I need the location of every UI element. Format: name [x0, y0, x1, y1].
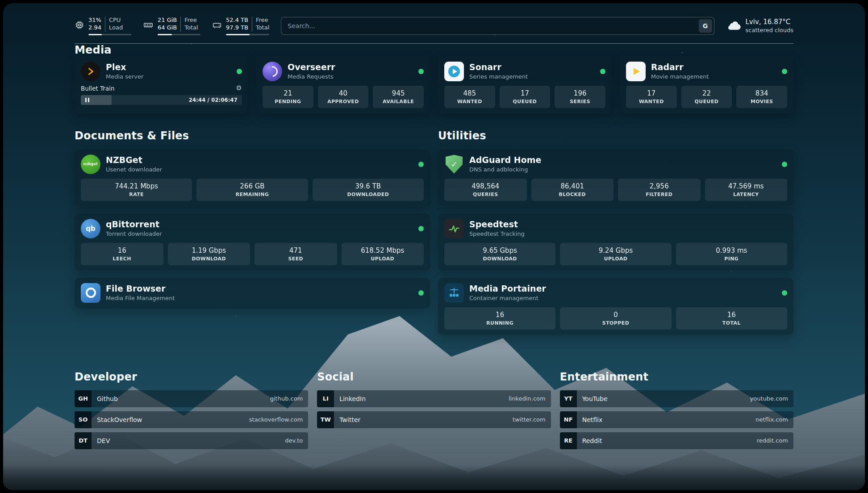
playback-bar[interactable]: 24:44 / 02:06:47: [81, 95, 242, 105]
filebrowser-card[interactable]: File Browser Media File Management: [75, 278, 430, 308]
ram-widget: 21 GiB 64 GiB Free Total: [143, 17, 200, 35]
dashboard-window: 31% 2.94 CPU Load: [3, 3, 865, 490]
portainer-card[interactable]: Media Portainer Container management 16R…: [438, 278, 793, 335]
youtube-icon: YT: [560, 390, 577, 407]
cpu-usage-bar: [88, 34, 131, 35]
stat-upload: 9.24 GbpsUPLOAD: [560, 243, 671, 265]
bookmark-reddit[interactable]: RE Reddit reddit.com: [560, 432, 793, 449]
section-documents: Documents & Files nzbget NZBGet Usenet d…: [75, 113, 430, 335]
bookmark-name: Twitter: [339, 416, 360, 423]
ground-shadow: [3, 465, 865, 490]
stat-filtered: 2,956FILTERED: [618, 179, 701, 201]
stat-movies: 834MOVIES: [736, 86, 787, 108]
reddit-icon: RE: [560, 432, 577, 449]
status-dot: [782, 69, 787, 74]
bookmark-url: reddit.com: [757, 437, 788, 444]
cpu-percent: 31%: [88, 17, 101, 24]
overseerr-card[interactable]: Overseerr Media Requests 21PENDING 40APP…: [256, 56, 430, 113]
stat-pending: 21PENDING: [263, 86, 313, 108]
bookmark-stackoverflow[interactable]: SO StackOverflow stackoverflow.com: [75, 411, 308, 428]
utilities-heading: Utilities: [438, 130, 793, 142]
github-icon: GH: [75, 390, 92, 407]
adguard-card[interactable]: ✓ AdGuard Home DNS and adblocking 498,56…: [438, 149, 793, 206]
status-dot: [782, 162, 787, 167]
qbittorrent-icon: qb: [81, 219, 100, 238]
bookmark-url: linkedin.com: [509, 395, 546, 402]
stat-total: 16TOTAL: [676, 307, 787, 330]
bookmark-youtube[interactable]: YT YouTube youtube.com: [560, 390, 793, 407]
cpu-widget: 31% 2.94 CPU Load: [75, 17, 131, 35]
search-input[interactable]: [281, 17, 714, 35]
speedtest-card[interactable]: Speedtest Speedtest Tracking 9.65 GbpsDO…: [438, 213, 793, 271]
disk-widget: 52.4 TB 97.9 TB Free Total: [212, 17, 269, 35]
bookmark-twitter[interactable]: TW Twitter twitter.com: [317, 411, 551, 428]
stat-stopped: 0STOPPED: [560, 307, 671, 330]
status-dot: [418, 69, 424, 74]
stackoverflow-icon: SO: [75, 411, 92, 428]
ram-icon: [143, 20, 154, 32]
section-utilities: Utilities ✓ AdGuard Home DNS and adblock…: [438, 113, 793, 335]
system-stats: 31% 2.94 CPU Load: [75, 17, 269, 35]
app-subtitle: Movie management: [651, 73, 709, 80]
stat-download: 9.65 GbpsDOWNLOAD: [444, 243, 555, 265]
bookmark-name: StackOverflow: [97, 416, 142, 423]
disk-free-label: Free: [256, 17, 269, 24]
qbittorrent-card[interactable]: qb qBittorrent Torrent downloader 16LEEC…: [75, 213, 430, 271]
dev-icon: DT: [75, 432, 92, 449]
filebrowser-icon: [81, 283, 100, 303]
netflix-icon: NF: [560, 411, 577, 428]
media-heading: Media: [75, 44, 793, 56]
stat-queued: 22QUEUED: [681, 86, 732, 108]
app-subtitle: DNS and adblocking: [469, 166, 541, 173]
stat-upload: 618.52 MbpsUPLOAD: [342, 243, 424, 265]
section-developer: Developer GH Github github.com SO StackO…: [75, 355, 308, 453]
bookmark-dev[interactable]: DT DEV dev.to: [75, 432, 308, 449]
sonarr-icon: [444, 62, 464, 81]
search-engine-button[interactable]: G: [699, 19, 712, 33]
stat-remaining: 266 GBREMAINING: [196, 179, 308, 201]
app-subtitle: Series management: [469, 73, 528, 80]
stat-latency: 47.569 msLATENCY: [705, 179, 788, 201]
app-name: Speedtest: [469, 220, 525, 229]
bookmark-netflix[interactable]: NF Netflix netflix.com: [560, 411, 793, 428]
bookmark-linkedin[interactable]: LI LinkedIn linkedin.com: [317, 390, 551, 407]
bookmark-name: Reddit: [582, 437, 602, 444]
nzbget-icon: nzbget: [81, 155, 100, 174]
radarr-card[interactable]: Radarr Movie management 17WANTED 22QUEUE…: [620, 56, 793, 113]
speedtest-pulse-icon: [444, 219, 464, 238]
stat-leech: 16LEECH: [81, 243, 163, 265]
bookmark-url: netflix.com: [755, 416, 788, 423]
bookmark-github[interactable]: GH Github github.com: [75, 390, 308, 407]
app-subtitle: Torrent downloader: [106, 230, 162, 237]
disk-total-value: 97.9 TB: [226, 24, 248, 32]
bookmark-name: DEV: [97, 437, 110, 444]
cpu-load-label: Load: [109, 24, 123, 32]
status-dot: [418, 226, 424, 231]
weather-widget[interactable]: Lviv, 16.87°C scattered clouds: [726, 18, 794, 33]
nzbget-card[interactable]: nzbget NZBGet Usenet downloader 744.21 M…: [75, 149, 430, 206]
social-heading: Social: [317, 371, 551, 383]
app-subtitle: Media server: [106, 73, 143, 80]
search-bar: G: [281, 17, 714, 35]
cpu-load-value: 2.94: [88, 24, 101, 32]
linkedin-icon: LI: [317, 390, 334, 407]
bookmark-url: github.com: [270, 395, 303, 402]
plex-card[interactable]: Plex Media server Bullet Train ⚙ 24:44 /…: [75, 56, 248, 113]
topbar: 31% 2.94 CPU Load: [75, 17, 793, 35]
bookmark-name: YouTube: [582, 395, 608, 402]
stat-series: 196SERIES: [555, 86, 605, 108]
settings-gear-icon[interactable]: ⚙: [236, 85, 242, 92]
media-cards-row: Plex Media server Bullet Train ⚙ 24:44 /…: [75, 56, 793, 113]
bookmark-url: stackoverflow.com: [249, 416, 303, 423]
documents-heading: Documents & Files: [75, 130, 430, 142]
divider: [180, 17, 181, 32]
pause-icon[interactable]: [85, 98, 89, 102]
status-dot: [418, 162, 424, 167]
app-name: NZBGet: [106, 155, 162, 165]
now-playing-title: Bullet Train: [81, 85, 115, 92]
ram-free-label: Free: [184, 17, 198, 24]
sonarr-card[interactable]: Sonarr Series management 485WANTED 17QUE…: [438, 56, 612, 113]
cloud-icon: [726, 20, 741, 32]
portainer-crane-icon: [444, 283, 464, 303]
ram-usage-bar: [158, 34, 200, 35]
